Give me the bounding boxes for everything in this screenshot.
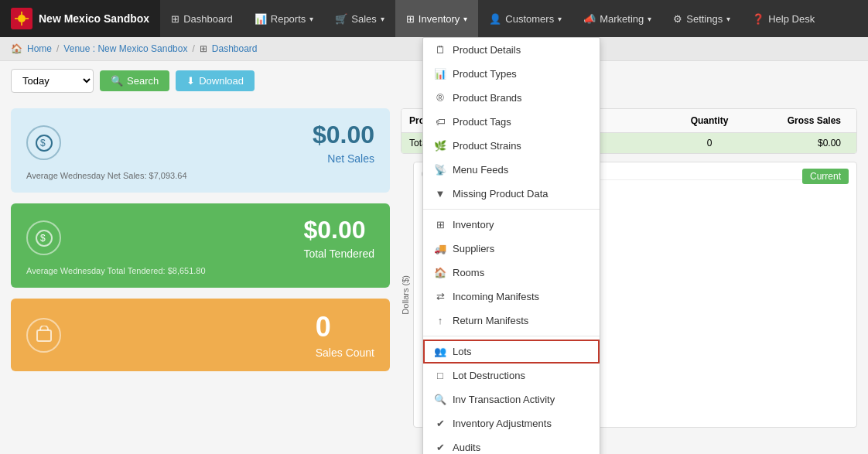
- left-stats-panel: $ $0.00 Net Sales Average Wednesday Net …: [11, 108, 390, 440]
- breadcrumb-venue[interactable]: Venue : New Mexico Sandbox: [63, 43, 187, 54]
- nav-items-list: ⊞ Dashboard 📊 Reports ▾ 🛒 Sales ▾ ⊞ Inve…: [160, 0, 825, 37]
- sales-section-label-area: Dollars ($): [401, 162, 413, 428]
- svg-text:$: $: [40, 138, 46, 148]
- svg-point-1: [18, 15, 26, 22]
- net-sales-icon: $: [26, 125, 61, 160]
- product-types-icon: 📊: [434, 68, 446, 80]
- dropdown-item-incoming-manifests[interactable]: ⇄ Incoming Manifests: [423, 285, 600, 309]
- lot-destructions-icon: □: [434, 370, 446, 381]
- nav-item-dashboard[interactable]: ⊞ Dashboard: [160, 0, 244, 37]
- nav-item-customers[interactable]: 👤 Customers ▾: [478, 0, 572, 37]
- nav-label-settings: Settings: [686, 13, 723, 25]
- dropdown-item-menu-feeds[interactable]: 📡 Menu Feeds: [423, 158, 600, 182]
- inv-transaction-activity-icon: 🔍: [434, 394, 446, 405]
- search-button[interactable]: 🔍 Search: [100, 70, 169, 91]
- dropdown-item-product-tags[interactable]: 🏷 Product Tags: [423, 110, 600, 134]
- chart-y-label: Dollars ($): [401, 275, 410, 315]
- dropdown-item-product-details[interactable]: 🗒 Product Details: [423, 38, 600, 62]
- col-header-sales: Gross Sales: [756, 115, 849, 126]
- dropdown-item-product-brands[interactable]: ® Product Brands: [423, 86, 600, 110]
- download-button[interactable]: ⬇ Download: [176, 70, 255, 91]
- incoming-manifests-icon: ⇄: [434, 291, 446, 302]
- dropdown-section-products: 🗒 Product Details 📊 Product Types ® Prod…: [423, 38, 600, 206]
- inventory-dropdown-menu: 🗒 Product Details 📊 Product Types ® Prod…: [422, 37, 600, 451]
- dropdown-section-lots: 👥 Lots □ Lot Destructions 🔍 Inv Transact…: [423, 340, 600, 451]
- help-icon: ❓: [752, 13, 764, 25]
- net-sales-card: $ $0.00 Net Sales Average Wednesday Net …: [11, 108, 390, 193]
- net-sales-top: $ $0.00 Net Sales: [26, 121, 374, 165]
- dashboard-icon-breadcrumb: ⊞: [200, 43, 207, 54]
- audits-label: Audits: [453, 442, 480, 451]
- breadcrumb-dashboard[interactable]: Dashboard: [212, 43, 258, 54]
- inventory-icon: ⊞: [406, 13, 415, 25]
- total-tendered-top: $ $0.00 Total Tendered: [26, 216, 374, 260]
- customers-caret: ▾: [558, 15, 562, 23]
- net-sales-value: $0.00: [313, 121, 374, 149]
- nav-item-settings[interactable]: ⚙ Settings ▾: [662, 0, 741, 37]
- return-manifests-label: Return Manifests: [453, 315, 528, 326]
- reports-icon: 📊: [255, 13, 267, 25]
- settings-caret: ▾: [726, 15, 730, 23]
- product-types-label: Product Types: [453, 68, 517, 80]
- nav-label-dashboard: Dashboard: [183, 13, 233, 25]
- product-strains-icon: 🌿: [434, 140, 446, 152]
- nav-label-customers: Customers: [505, 13, 554, 25]
- sales-count-value: 0: [316, 311, 374, 343]
- home-icon: 🏠: [11, 43, 22, 54]
- sales-count-icon: [26, 318, 61, 353]
- breadcrumb-sep-1: /: [56, 43, 59, 54]
- dropdown-item-audits[interactable]: ✔ Audits: [423, 435, 600, 451]
- lot-destructions-label: Lot Destructions: [453, 370, 525, 381]
- nav-item-inventory[interactable]: ⊞ Inventory ▾: [395, 0, 478, 37]
- suppliers-label: Suppliers: [453, 243, 494, 254]
- inv-transaction-activity-label: Inv Transaction Activity: [453, 394, 555, 405]
- download-icon: ⬇: [186, 75, 195, 87]
- menu-feeds-label: Menu Feeds: [453, 164, 508, 176]
- dropdown-item-return-manifests[interactable]: ↑ Return Manifests: [423, 309, 600, 333]
- date-range-select[interactable]: Today Yesterday This Week This Month: [11, 69, 94, 93]
- total-tendered-card: $ $0.00 Total Tendered Average Wednesday…: [11, 203, 390, 288]
- return-manifests-icon: ↑: [434, 315, 446, 326]
- incoming-manifests-label: Incoming Manifests: [453, 291, 539, 302]
- total-tendered-value: $0.00: [303, 216, 374, 244]
- dropdown-item-inventory-adjustments[interactable]: ✔ Inventory Adjustments: [423, 411, 600, 435]
- nav-item-marketing[interactable]: 📣 Marketing ▾: [572, 0, 662, 37]
- sales-count-card: 0 Sales Count: [11, 299, 390, 371]
- total-tendered-footer: Average Wednesday Total Tendered: $8,651…: [26, 266, 374, 275]
- row-quantity: 0: [663, 138, 756, 148]
- top-navigation: New Mexico Sandbox ⊞ Dashboard 📊 Reports…: [0, 0, 868, 37]
- nav-label-help: Help Desk: [768, 13, 815, 25]
- brand-icon: [11, 8, 32, 29]
- breadcrumb-home[interactable]: Home: [27, 43, 52, 54]
- dropdown-item-lot-destructions[interactable]: □ Lot Destructions: [423, 364, 600, 387]
- product-brands-icon: ®: [434, 92, 446, 104]
- col-header-quantity: Quantity: [663, 115, 756, 126]
- dropdown-divider-2: [423, 336, 600, 336]
- dashboard-icon: ⊞: [171, 13, 179, 25]
- dropdown-item-rooms[interactable]: 🏠 Rooms: [423, 261, 600, 285]
- dropdown-item-missing-product-data[interactable]: ▼ Missing Product Data: [423, 182, 600, 206]
- dropdown-item-product-strains[interactable]: 🌿 Product Strains: [423, 134, 600, 158]
- dropdown-item-lots[interactable]: 👥 Lots: [423, 340, 600, 364]
- inventory-adjustments-label: Inventory Adjustments: [453, 418, 552, 429]
- nav-item-sales[interactable]: 🛒 Sales ▾: [324, 0, 395, 37]
- missing-product-data-icon: ▼: [434, 188, 446, 200]
- dropdown-item-product-types[interactable]: 📊 Product Types: [423, 62, 600, 86]
- dropdown-item-inv-transaction-activity[interactable]: 🔍 Inv Transaction Activity: [423, 387, 600, 411]
- total-tendered-label: Total Tendered: [303, 247, 374, 260]
- rooms-label: Rooms: [453, 267, 484, 278]
- inventory-adjustments-icon: ✔: [434, 418, 446, 429]
- inventory-icon-dd: ⊞: [434, 219, 446, 230]
- nav-item-help[interactable]: ❓ Help Desk: [741, 0, 825, 37]
- nav-item-reports[interactable]: 📊 Reports ▾: [244, 0, 325, 37]
- current-button[interactable]: Current: [802, 169, 849, 184]
- brand-logo-area[interactable]: New Mexico Sandbox: [0, 0, 160, 37]
- marketing-caret: ▾: [648, 15, 651, 23]
- nav-label-inventory: Inventory: [419, 13, 460, 25]
- lots-label: Lots: [453, 346, 472, 357]
- dropdown-item-inventory[interactable]: ⊞ Inventory: [423, 213, 600, 237]
- dropdown-item-suppliers[interactable]: 🚚 Suppliers: [423, 237, 600, 261]
- inventory-label: Inventory: [453, 219, 494, 230]
- brand-name: New Mexico Sandbox: [39, 12, 149, 25]
- nav-label-reports: Reports: [271, 13, 306, 25]
